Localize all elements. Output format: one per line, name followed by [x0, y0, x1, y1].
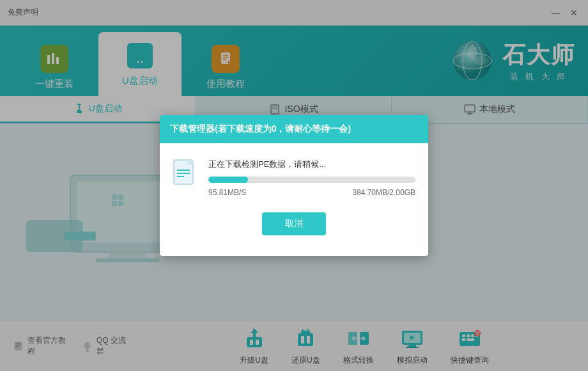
download-progress: 384.70MB/2.00GB	[352, 188, 415, 197]
progress-bar-bg	[208, 177, 415, 183]
svg-rect-62	[188, 160, 193, 165]
dialog-overlay: 下载管理器(若下载速度为0，请耐心等待一会) 正在下载检测PE数据，请稍候	[0, 0, 588, 371]
dialog-status-text: 正在下载检测PE数据，请稍候...	[208, 159, 415, 170]
dialog-content: 正在下载检测PE数据，请稍候... 95.81MB/S 384.70MB/2.0…	[173, 159, 415, 197]
dialog-header: 下载管理器(若下载速度为0，请耐心等待一会)	[160, 115, 428, 143]
dialog-info: 正在下载检测PE数据，请稍候... 95.81MB/S 384.70MB/2.0…	[208, 159, 415, 197]
progress-stats: 95.81MB/S 384.70MB/2.00GB	[208, 188, 415, 197]
cancel-button[interactable]: 取消	[262, 212, 326, 235]
dialog-title: 下载管理器(若下载速度为0，请耐心等待一会)	[170, 123, 351, 135]
download-dialog: 下载管理器(若下载速度为0，请耐心等待一会) 正在下载检测PE数据，请稍候	[160, 115, 428, 256]
dialog-footer: 取消	[173, 207, 415, 241]
progress-bar-fill	[208, 177, 248, 183]
download-speed: 95.81MB/S	[208, 188, 246, 197]
dialog-body: 正在下载检测PE数据，请稍候... 95.81MB/S 384.70MB/2.0…	[160, 143, 428, 256]
file-icon	[173, 159, 198, 191]
